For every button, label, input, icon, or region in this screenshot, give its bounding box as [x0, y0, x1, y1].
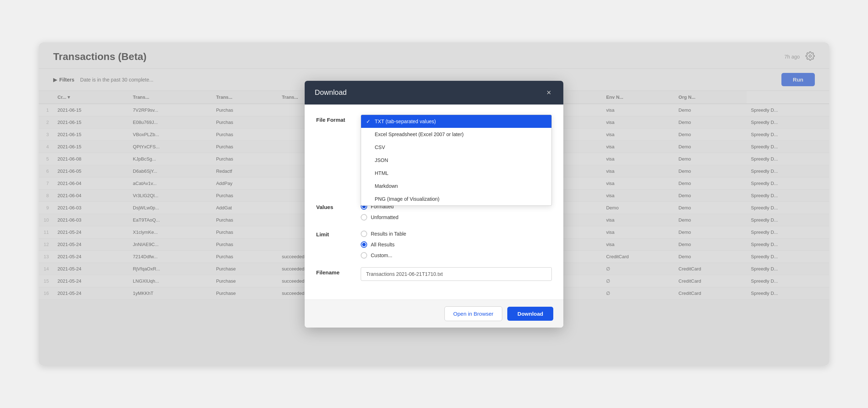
browser-frame: Transactions (Beta) 7h ago ▶ Filters Dat…: [39, 42, 829, 366]
values-unformatted-option[interactable]: Unformatted: [361, 214, 398, 221]
filename-input[interactable]: [361, 267, 552, 281]
modal-overlay: Download × File Format ✓ TXT (tab-separa…: [39, 42, 829, 366]
page-background: Transactions (Beta) 7h ago ▶ Filters Dat…: [39, 42, 829, 366]
limit-results-in-table-label: Results in Table: [371, 231, 406, 237]
modal-header: Download ×: [305, 81, 563, 105]
values-unformatted-label: Unformatted: [371, 214, 398, 220]
modal-footer: Open in Browser Download: [305, 300, 563, 328]
filename-label: Filename: [316, 267, 352, 275]
radio-results-in-table[interactable]: [361, 231, 367, 237]
limit-custom-option[interactable]: Custom...: [361, 252, 406, 259]
limit-radio-group: Results in Table All Results Custom...: [361, 229, 406, 259]
close-button[interactable]: ×: [544, 88, 553, 97]
limit-all-results-label: All Results: [371, 242, 394, 247]
file-format-label: File Format: [316, 115, 352, 123]
format-option-markdown[interactable]: Markdown: [361, 180, 551, 193]
download-modal: Download × File Format ✓ TXT (tab-separa…: [305, 81, 563, 328]
limit-custom-label: Custom...: [371, 252, 392, 258]
limit-all-results-option[interactable]: All Results: [361, 241, 406, 248]
format-option-csv[interactable]: CSV: [361, 141, 551, 154]
format-option-json[interactable]: JSON: [361, 154, 551, 167]
limit-results-in-table-option[interactable]: Results in Table: [361, 231, 406, 237]
file-format-menu: ✓ TXT (tab-separated values) Excel Sprea…: [361, 115, 552, 206]
format-json-label: JSON: [375, 157, 388, 163]
modal-body: File Format ✓ TXT (tab-separated values)…: [305, 105, 563, 300]
check-icon: ✓: [366, 119, 372, 124]
format-option-txt[interactable]: ✓ TXT (tab-separated values): [361, 115, 551, 128]
radio-custom[interactable]: [361, 252, 367, 259]
format-png-label: PNG (Image of Visualization): [375, 196, 439, 202]
file-format-row: File Format ✓ TXT (tab-separated values)…: [316, 115, 552, 123]
radio-all-results[interactable]: [361, 241, 367, 248]
download-button[interactable]: Download: [507, 307, 553, 321]
limit-row: Limit Results in Table All Results: [316, 229, 552, 259]
modal-title: Download: [315, 88, 347, 97]
format-option-png[interactable]: PNG (Image of Visualization): [361, 193, 551, 205]
values-label: Values: [316, 202, 352, 210]
open-in-browser-button[interactable]: Open in Browser: [444, 306, 503, 321]
filename-row: Filename: [316, 267, 552, 281]
limit-label: Limit: [316, 229, 352, 237]
radio-unformatted[interactable]: [361, 214, 367, 221]
format-excel-label: Excel Spreadsheet (Excel 2007 or later): [375, 131, 463, 137]
format-option-html[interactable]: HTML: [361, 167, 551, 180]
filename-control: [361, 267, 552, 281]
format-html-label: HTML: [375, 170, 388, 176]
format-csv-label: CSV: [375, 144, 385, 150]
format-txt-label: TXT (tab-separated values): [375, 119, 436, 124]
format-markdown-label: Markdown: [375, 183, 398, 189]
format-option-excel[interactable]: Excel Spreadsheet (Excel 2007 or later): [361, 128, 551, 141]
